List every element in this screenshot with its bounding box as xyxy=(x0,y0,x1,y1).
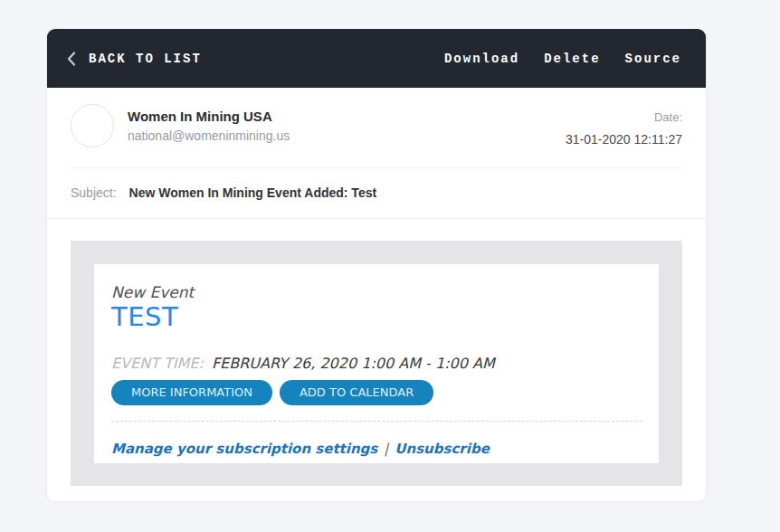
toolbar-actions: Download Delete Source xyxy=(444,52,681,66)
source-button[interactable]: Source xyxy=(625,52,681,66)
date-value: 31-01-2020 12:11:27 xyxy=(566,132,682,147)
add-to-calendar-button[interactable]: ADD TO CALENDAR xyxy=(280,380,433,405)
date-block: Date: 31-01-2020 12:11:27 xyxy=(566,104,682,147)
footer-separator: | xyxy=(384,441,388,457)
subscription-footer: Manage your subscription settings|Unsubs… xyxy=(111,441,642,457)
sender-avatar xyxy=(71,104,114,147)
chevron-left-icon xyxy=(67,52,76,66)
event-actions: MORE INFORMATION ADD TO CALENDAR xyxy=(111,380,642,405)
sender-email: national@womeninmining.us xyxy=(128,128,290,143)
download-button[interactable]: Download xyxy=(444,52,519,66)
subject-row: Subject: New Women In Mining Event Added… xyxy=(47,168,706,219)
more-information-button[interactable]: MORE INFORMATION xyxy=(111,380,272,405)
manage-subscription-link[interactable]: Manage your subscription settings xyxy=(111,441,377,457)
email-body: New Event TEST EVENT TIME: FEBRUARY 26, … xyxy=(47,219,706,486)
back-to-list-button[interactable]: BACK TO LIST xyxy=(67,52,202,66)
unsubscribe-link[interactable]: Unsubscribe xyxy=(395,441,489,457)
sender-identity: Women In Mining USA national@womeninmini… xyxy=(128,109,290,143)
email-body-background: New Event TEST EVENT TIME: FEBRUARY 26, … xyxy=(71,241,682,486)
sender-block: Women In Mining USA national@womeninmini… xyxy=(71,104,290,147)
email-viewer-window: BACK TO LIST Download Delete Source Wome… xyxy=(46,28,707,502)
sender-name: Women In Mining USA xyxy=(128,109,290,124)
event-time-line: EVENT TIME: FEBRUARY 26, 2020 1:00 AM - … xyxy=(111,355,642,372)
subject-label: Subject: xyxy=(71,185,117,200)
event-title: TEST xyxy=(111,301,642,333)
back-to-list-label: BACK TO LIST xyxy=(89,52,202,66)
message-card: New Event TEST EVENT TIME: FEBRUARY 26, … xyxy=(94,264,659,463)
event-time-value: FEBRUARY 26, 2020 1:00 AM - 1:00 AM xyxy=(212,355,495,372)
delete-button[interactable]: Delete xyxy=(544,52,600,66)
event-kicker: New Event xyxy=(111,283,642,301)
email-header: Women In Mining USA national@womeninmini… xyxy=(47,88,706,147)
toolbar: BACK TO LIST Download Delete Source xyxy=(47,29,706,88)
message-footer-divider xyxy=(111,421,642,422)
date-label: Date: xyxy=(566,110,682,124)
subject-value: New Women In Mining Event Added: Test xyxy=(129,185,377,200)
event-time-label: EVENT TIME: xyxy=(111,355,204,372)
